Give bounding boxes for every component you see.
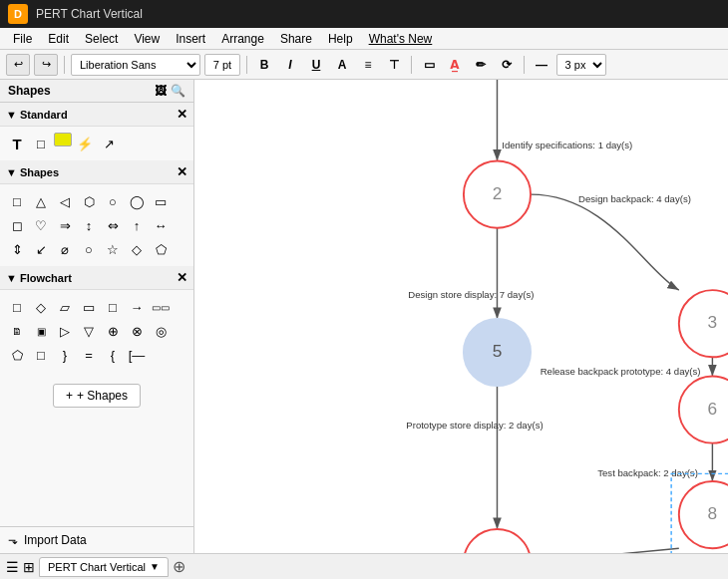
align-button[interactable]: ≡: [357, 54, 379, 76]
sh-larrow[interactable]: ⇔: [102, 214, 124, 236]
section-shapes-close[interactable]: ✕: [177, 164, 187, 179]
fc-bracket[interactable]: {: [102, 344, 124, 366]
shape-arrow[interactable]: ↗: [98, 133, 120, 154]
sh-hex[interactable]: ⬡: [78, 190, 100, 212]
fc-prep[interactable]: ◎: [150, 320, 172, 342]
fc-eq[interactable]: =: [78, 344, 100, 366]
node-9-circle[interactable]: [464, 529, 531, 553]
list-view-icon[interactable]: ☰: [6, 559, 19, 575]
sh-penta[interactable]: ⬠: [150, 238, 172, 260]
node-2-label: 2: [493, 183, 503, 203]
panel-image-icon[interactable]: 🖼: [155, 84, 167, 98]
fc-sub[interactable]: ▭▭: [150, 296, 172, 318]
fc-brace[interactable]: }: [54, 344, 76, 366]
fc-term[interactable]: ▭: [78, 296, 100, 318]
fc-para[interactable]: ▱: [54, 296, 76, 318]
fc-line[interactable]: [—: [126, 344, 148, 366]
sh-rrect[interactable]: ▭: [150, 190, 172, 212]
import-data-button[interactable]: ⬎ Import Data: [0, 526, 193, 553]
sh-darrow[interactable]: ↕: [78, 214, 100, 236]
grid-view-icon[interactable]: ⊞: [23, 559, 35, 575]
style-button[interactable]: ✏: [470, 54, 492, 76]
tab-dropdown-icon[interactable]: ▼: [150, 561, 160, 572]
fc-arrow[interactable]: →: [126, 296, 148, 318]
section-standard-close[interactable]: ✕: [177, 107, 187, 122]
label-identify: Identify specifications: 1 day(s): [502, 140, 632, 150]
fc-process[interactable]: □: [6, 296, 28, 318]
shape-lightning[interactable]: ⚡: [74, 133, 96, 154]
panel-search-icon[interactable]: 🔍: [171, 84, 185, 98]
line-color-button[interactable]: A̲: [444, 54, 466, 76]
line-width-select[interactable]: 3 px: [556, 54, 606, 76]
fc-store[interactable]: ⊕: [102, 320, 124, 342]
shape-rect[interactable]: □: [30, 133, 52, 154]
fc-decision[interactable]: ◇: [30, 296, 52, 318]
connection-style-button[interactable]: ⟳: [496, 54, 518, 76]
fc-data[interactable]: □: [102, 296, 124, 318]
menu-select[interactable]: Select: [78, 30, 125, 48]
active-tab[interactable]: PERT Chart Vertical ▼: [39, 557, 169, 577]
underline-button[interactable]: U: [305, 54, 327, 76]
label-design-store: Design store display: 7 day(s): [408, 289, 534, 300]
sh-square[interactable]: ◻: [6, 214, 28, 236]
menu-insert[interactable]: Insert: [169, 30, 212, 48]
fc-manual[interactable]: ⊗: [126, 320, 148, 342]
shape-filled-rect[interactable]: [54, 133, 72, 146]
line-style-button[interactable]: —: [531, 54, 552, 76]
fc-doc[interactable]: 🗎: [6, 320, 28, 342]
sh-uarrow[interactable]: ↑: [126, 214, 148, 236]
title-bar: D PERT Chart Vertical: [0, 0, 728, 28]
sh-cylinder[interactable]: ⌀: [54, 238, 76, 260]
menu-arrange[interactable]: Arrange: [214, 30, 271, 48]
font-size-input[interactable]: [204, 54, 240, 76]
panel-header: Shapes 🖼 🔍: [0, 80, 193, 103]
node-6-circle[interactable]: [679, 376, 728, 442]
menu-file[interactable]: File: [6, 30, 39, 48]
menu-view[interactable]: View: [127, 30, 167, 48]
menu-share[interactable]: Share: [273, 30, 319, 48]
fc-rect2[interactable]: □: [30, 344, 52, 366]
sh-star[interactable]: ☆: [102, 238, 124, 260]
font-color-button[interactable]: A: [331, 54, 353, 76]
sh-oval[interactable]: ◯: [126, 190, 148, 212]
undo-button[interactable]: ↩: [6, 54, 30, 76]
fc-merge[interactable]: ▽: [78, 320, 100, 342]
menu-whatsnew[interactable]: What's New: [362, 30, 440, 48]
sh-rtriangle[interactable]: ◁: [54, 190, 76, 212]
fill-button[interactable]: ▭: [418, 54, 440, 76]
sh-lrarrow[interactable]: ⇕: [6, 238, 28, 260]
redo-button[interactable]: ↪: [34, 54, 58, 76]
sh-rarrow[interactable]: ⇒: [54, 214, 76, 236]
section-flowchart-close[interactable]: ✕: [177, 270, 187, 285]
section-flowchart[interactable]: ▼ Flowchart ✕: [0, 266, 193, 290]
shape-text[interactable]: T: [6, 133, 28, 154]
sh-donut[interactable]: ○: [78, 238, 100, 260]
add-shapes-button[interactable]: + + Shapes: [53, 384, 141, 408]
italic-button[interactable]: I: [279, 54, 301, 76]
node-8-circle[interactable]: [679, 481, 728, 548]
toolbar-sep-3: [411, 56, 412, 74]
sh-circle[interactable]: ○: [102, 190, 124, 212]
menu-edit[interactable]: Edit: [41, 30, 76, 48]
fc-penta[interactable]: ⬠: [6, 344, 28, 366]
menu-help[interactable]: Help: [321, 30, 360, 48]
sh-diamond[interactable]: ◇: [126, 238, 148, 260]
node-9-label: 9: [493, 551, 503, 553]
sh-heart[interactable]: ♡: [30, 214, 52, 236]
canvas-area[interactable]: Identify specifications: 1 day(s) Design…: [194, 80, 728, 553]
node-3-label: 3: [708, 312, 718, 332]
add-tab-button[interactable]: ⊕: [173, 557, 185, 576]
sh-rect[interactable]: □: [6, 190, 28, 212]
section-standard[interactable]: ▼ Standard ✕: [0, 103, 193, 127]
section-shapes[interactable]: ▼ Shapes ✕: [0, 160, 193, 184]
canvas-svg: Identify specifications: 1 day(s) Design…: [194, 80, 728, 553]
sh-triangle[interactable]: △: [30, 190, 52, 212]
fc-multi[interactable]: ▣: [30, 320, 52, 342]
text-anchor-button[interactable]: ⊤: [383, 54, 405, 76]
sh-backarrow[interactable]: ↙: [30, 238, 52, 260]
fc-delay[interactable]: ▷: [54, 320, 76, 342]
bold-button[interactable]: B: [253, 54, 275, 76]
sh-harrow[interactable]: ↔: [150, 214, 172, 236]
node-3-circle[interactable]: [679, 290, 728, 357]
font-family-select[interactable]: Liberation Sans: [71, 54, 200, 76]
